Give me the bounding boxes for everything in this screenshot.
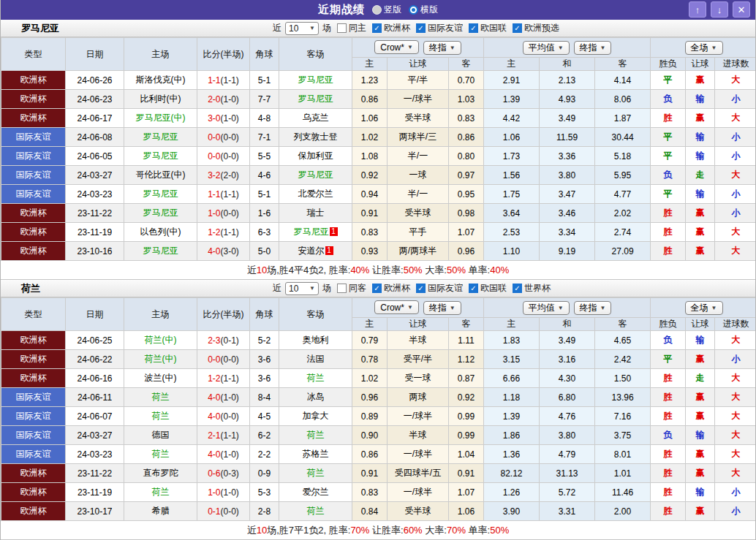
scope-select[interactable]: 全场▼ bbox=[685, 41, 723, 55]
odds-source-select[interactable]: Crow*▼ bbox=[374, 40, 419, 54]
goals-result-cell: 小 bbox=[715, 483, 756, 502]
summary-part: 50% bbox=[490, 525, 509, 536]
league-checkbox[interactable]: ✓ bbox=[469, 23, 478, 33]
competition-type-cell: 欧洲杯 bbox=[1, 502, 66, 521]
team-label: 希腊 bbox=[152, 506, 170, 516]
summary-part: 让胜率: bbox=[369, 525, 403, 536]
summary-part: 40% bbox=[350, 265, 369, 275]
avg-draw-cell: 5.72 bbox=[540, 483, 595, 502]
team-label: 罗马尼亚 bbox=[298, 94, 333, 104]
sub-column-header: 客 bbox=[449, 58, 484, 71]
goals-result-value: 大 bbox=[732, 430, 741, 440]
match-count-select[interactable]: 10▼ bbox=[285, 282, 319, 295]
team-label: 罗马尼亚 bbox=[143, 246, 178, 256]
handicap-result-cell: 赢 bbox=[686, 109, 715, 128]
odds-away-cell: 0.97 bbox=[449, 166, 484, 185]
league-checkbox[interactable]: ✓ bbox=[513, 284, 522, 293]
same-venue-label: 同客 bbox=[349, 282, 366, 294]
handicap-result-cell: 输 bbox=[686, 483, 715, 502]
summary-part: 让胜率: bbox=[369, 265, 403, 275]
team-label: 直布罗陀 bbox=[143, 468, 178, 478]
avg-draw-cell: 6.80 bbox=[540, 388, 595, 407]
goals-result-cell: 大 bbox=[715, 464, 756, 483]
same-venue-checkbox[interactable] bbox=[337, 23, 347, 33]
corners-cell: 7-1 bbox=[250, 128, 279, 147]
goals-result-cell: 大 bbox=[715, 369, 756, 388]
home-team-cell: 罗马尼亚 bbox=[124, 204, 197, 223]
avg-draw-cell: 3.80 bbox=[540, 426, 595, 445]
team-label: 荷兰 bbox=[307, 373, 325, 383]
avg-stage-select[interactable]: 终指▼ bbox=[574, 41, 612, 55]
handicap-line-cell: 一/球半 bbox=[388, 407, 449, 426]
outcome-cell: 负 bbox=[651, 426, 686, 445]
away-team-cell: 罗马尼亚 bbox=[279, 71, 352, 90]
home-team-cell: 罗马尼亚 bbox=[124, 185, 197, 204]
avg-stage-select[interactable]: 终指▼ bbox=[574, 301, 612, 315]
league-checkbox[interactable]: ✓ bbox=[372, 23, 382, 33]
avg-home-cell: 6.66 bbox=[484, 369, 540, 388]
avg-dropdown-group: 平均值▼终指▼ bbox=[484, 38, 651, 58]
outcome-cell: 胜 bbox=[651, 109, 686, 128]
handicap-result-value: 赢 bbox=[696, 468, 705, 478]
average-select[interactable]: 平均值▼ bbox=[523, 301, 570, 315]
date-cell: 24-03-27 bbox=[66, 166, 124, 185]
handicap-result-cell: 输 bbox=[686, 90, 715, 109]
corners-cell: 5-1 bbox=[250, 71, 279, 90]
avg-draw-cell: 4.79 bbox=[540, 445, 595, 464]
handicap-line-cell: 受半球 bbox=[388, 109, 449, 128]
fulltime-score: 0-0 bbox=[208, 354, 220, 365]
handicap-line-cell: 一球 bbox=[388, 166, 449, 185]
halftime-score: (1-0) bbox=[221, 487, 239, 498]
radio-unselected-icon bbox=[372, 5, 382, 15]
match-count-select[interactable]: 10▼ bbox=[285, 22, 319, 35]
radio-horizontal-layout[interactable]: 横版 bbox=[409, 4, 438, 16]
league-checkbox[interactable]: ✓ bbox=[513, 23, 522, 33]
odds-home-cell: 0.86 bbox=[352, 90, 388, 109]
goals-result-cell: 大 bbox=[715, 242, 756, 261]
odds-stage-select[interactable]: 终指▼ bbox=[423, 41, 461, 55]
games-label: 场 bbox=[322, 282, 331, 294]
odds-away-cell: 0.98 bbox=[449, 204, 484, 223]
outcome-cell: 胜 bbox=[651, 464, 686, 483]
scope-select[interactable]: 全场▼ bbox=[685, 301, 723, 315]
score-cell: 1-2(1-1) bbox=[197, 369, 250, 388]
chevron-down-icon: ▼ bbox=[450, 45, 456, 51]
average-select[interactable]: 平均值▼ bbox=[523, 41, 570, 55]
sub-column-header: 让球 bbox=[686, 58, 715, 71]
fulltime-score: 0-6 bbox=[208, 468, 220, 479]
handicap-result-value: 输 bbox=[696, 132, 705, 142]
outcome-value: 胜 bbox=[664, 246, 673, 256]
close-button[interactable]: ✕ bbox=[733, 1, 750, 18]
league-checkbox[interactable]: ✓ bbox=[372, 284, 382, 293]
home-team-cell: 罗马尼亚 bbox=[124, 242, 197, 261]
avg-home-cell: 1.26 bbox=[484, 483, 540, 502]
odds-source-select[interactable]: Crow*▼ bbox=[374, 300, 419, 314]
handicap-result-value: 走 bbox=[696, 373, 705, 383]
outcome-cell: 胜 bbox=[651, 445, 686, 464]
move-up-button[interactable]: ↑ bbox=[689, 1, 706, 18]
league-checkbox[interactable]: ✓ bbox=[469, 284, 478, 293]
handicap-line-cell: 受一球 bbox=[388, 369, 449, 388]
competition-type-cell: 国际友谊 bbox=[1, 185, 66, 204]
league-checkbox[interactable]: ✓ bbox=[416, 23, 426, 33]
goals-result-cell: 小 bbox=[715, 90, 756, 109]
league-checkbox[interactable]: ✓ bbox=[416, 284, 426, 293]
team-label: 荷兰(中) bbox=[145, 335, 177, 345]
radio-vertical-layout[interactable]: 竖版 bbox=[372, 4, 401, 16]
same-venue-checkbox[interactable] bbox=[337, 284, 347, 293]
odds-home-cell: 0.78 bbox=[352, 350, 388, 369]
odds-stage-select[interactable]: 终指▼ bbox=[423, 301, 461, 315]
handicap-line-cell: 一/球半 bbox=[388, 483, 449, 502]
handicap-line-cell: 半/一 bbox=[388, 147, 449, 166]
column-header: 角球 bbox=[250, 38, 279, 71]
odds-home-cell: 0.86 bbox=[352, 445, 388, 464]
match-row: 国际友谊24-06-05罗马尼亚0-0(0-0)5-5保加利亚1.08半/一0.… bbox=[1, 147, 756, 166]
avg-away-cell: 3.75 bbox=[595, 426, 651, 445]
away-team-cell: 奥地利 bbox=[279, 331, 352, 350]
match-row: 国际友谊24-06-11荷兰4-0(1-0)8-4冰岛0.96两球0.921.1… bbox=[1, 388, 756, 407]
handicap-result-cell: 输 bbox=[686, 128, 715, 147]
handicap-result-value: 赢 bbox=[696, 208, 705, 218]
competition-type-cell: 欧洲杯 bbox=[1, 242, 66, 261]
move-down-button[interactable]: ↓ bbox=[711, 1, 728, 18]
competition-type-cell: 国际友谊 bbox=[1, 388, 66, 407]
